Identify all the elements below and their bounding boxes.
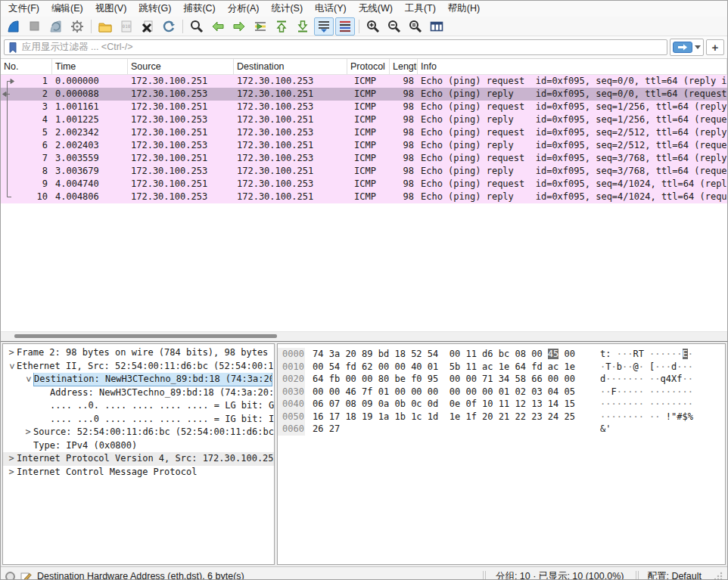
expanded-chevron-icon[interactable]: > xyxy=(5,361,18,371)
menu-item[interactable]: 分析(A) xyxy=(222,0,266,17)
menu-item[interactable]: 电话(Y) xyxy=(309,0,353,17)
status-separator xyxy=(636,571,636,580)
collapsed-chevron-icon[interactable]: > xyxy=(6,346,17,359)
column-header[interactable]: Source xyxy=(128,59,234,74)
save-file-button[interactable]: 010 xyxy=(117,17,136,36)
hscrollbar-thumb[interactable] xyxy=(14,334,277,338)
column-header[interactable]: Protocol xyxy=(347,59,390,74)
stop-capture-button[interactable] xyxy=(25,17,45,36)
resize-columns-button[interactable] xyxy=(427,17,446,36)
wireshark-window: 文件(F)编辑(E)视图(V)跳转(G)捕获(C)分析(A)统计(S)电话(Y)… xyxy=(0,0,728,580)
menu-item[interactable]: 文件(F) xyxy=(2,0,45,17)
column-header[interactable]: Length xyxy=(390,59,418,74)
column-header[interactable]: Destination xyxy=(234,59,347,74)
resize-grip[interactable] xyxy=(714,572,723,580)
packet-row[interactable]: 10.000000172.30.100.251172.30.100.253ICM… xyxy=(1,75,727,88)
hex-row[interactable]: 001000 54 fd 62 00 00 40 01 5b 11 ac 1e … xyxy=(278,361,725,374)
reload-file-button[interactable] xyxy=(159,17,179,36)
find-packet-button[interactable] xyxy=(187,17,207,36)
edit-capture-comment-icon[interactable] xyxy=(20,571,32,580)
colorize-icon xyxy=(338,19,353,34)
detail-tree-item[interactable]: >Frame 2: 98 bytes on wire (784 bits), 9… xyxy=(3,346,274,360)
menu-item[interactable]: 统计(S) xyxy=(265,0,309,17)
menu-item[interactable]: 无线(W) xyxy=(353,0,399,17)
chevron-down-icon xyxy=(695,45,701,49)
menu-item[interactable]: 视图(V) xyxy=(89,0,133,17)
menu-item[interactable]: 捕获(C) xyxy=(177,0,221,17)
zoom-reset-button[interactable] xyxy=(406,17,425,36)
hex-row[interactable]: 005016 17 18 19 1a 1b 1c 1d 1e 1f 20 21 … xyxy=(278,411,725,423)
packet-row[interactable]: 73.003559172.30.100.251172.30.100.253ICM… xyxy=(1,152,727,165)
shark-fin-start-icon xyxy=(6,19,21,34)
detail-tree-item[interactable]: >Source: 52:54:00:11:d6:bc (52:54:00:11:… xyxy=(3,426,274,439)
menu-item[interactable]: 帮助(H) xyxy=(442,0,486,17)
column-header[interactable]: Time xyxy=(52,59,128,74)
auto-scroll-icon xyxy=(316,19,331,34)
go-first-packet-button[interactable] xyxy=(272,17,291,36)
detail-tree-item[interactable]: Type: IPv4 (0x0800) xyxy=(3,439,274,453)
reload-icon xyxy=(161,19,176,34)
menu-item[interactable]: 工具(T) xyxy=(399,0,442,17)
packet-list-hscrollbar[interactable] xyxy=(1,331,727,341)
hex-offset: 0060 xyxy=(278,423,305,436)
packet-list-header: No.TimeSourceDestinationProtocolLengthIn… xyxy=(1,59,727,75)
display-filter-input[interactable]: 应用显示过滤器 ... <Ctrl-/> xyxy=(4,39,667,55)
close-file-button[interactable] xyxy=(138,17,157,36)
collapsed-chevron-icon[interactable]: > xyxy=(6,452,17,465)
open-file-button[interactable] xyxy=(95,17,115,36)
hex-row[interactable]: 003000 00 46 7f 01 00 00 00 00 00 00 01 … xyxy=(278,386,725,399)
collapsed-chevron-icon[interactable]: > xyxy=(6,466,17,479)
svg-text:010: 010 xyxy=(123,23,131,29)
zoom-reset-icon xyxy=(408,19,423,34)
detail-tree-item[interactable]: .... ..0. .... .... .... .... = LG bit: … xyxy=(3,399,274,413)
packet-row[interactable]: 20.000088172.30.100.253172.30.100.251ICM… xyxy=(1,88,727,101)
packet-row[interactable]: 52.002342172.30.100.251172.30.100.253ICM… xyxy=(1,126,727,139)
hex-row[interactable]: 002064 fb 00 00 80 be f0 95 00 00 71 34 … xyxy=(278,373,725,386)
hex-offset: 0020 xyxy=(278,373,305,386)
detail-tree-item[interactable]: .... ...0 .... .... .... .... = IG bit: … xyxy=(3,413,274,426)
gear-icon xyxy=(70,19,85,34)
status-bar: Destination Hardware Address (eth.dst), … xyxy=(1,566,727,580)
detail-tree-item[interactable]: >Ethernet II, Src: 52:54:00:11:d6:bc (52… xyxy=(3,360,274,374)
expanded-chevron-icon[interactable]: > xyxy=(22,374,35,385)
hex-row[interactable]: 006026 27 &' xyxy=(278,423,725,436)
go-to-packet-button[interactable] xyxy=(250,17,270,36)
start-capture-button[interactable] xyxy=(4,17,23,36)
packet-row[interactable]: 31.001161172.30.100.251172.30.100.253ICM… xyxy=(1,101,727,113)
column-header[interactable]: No. xyxy=(1,59,52,74)
hex-offset: 0030 xyxy=(278,386,305,399)
hex-row[interactable]: 004006 07 08 09 0a 0b 0c 0d 0e 0f 10 11 … xyxy=(278,398,725,411)
filter-apply-button[interactable] xyxy=(670,39,704,56)
go-back-button[interactable] xyxy=(208,17,228,36)
profile-text[interactable]: 配置: Default xyxy=(647,570,702,580)
go-forward-button[interactable] xyxy=(229,17,249,36)
zoom-in-button[interactable] xyxy=(363,17,383,36)
column-header[interactable]: Info xyxy=(418,59,727,74)
detail-tree-item[interactable]: >Internet Control Message Protocol xyxy=(3,466,274,479)
goto-packet-icon xyxy=(253,19,268,34)
detail-tree-item[interactable]: >Destination: NewH3CTechno_89:bd:18 (74:… xyxy=(3,373,274,386)
toolbar-separator xyxy=(91,20,92,33)
restart-capture-button[interactable] xyxy=(46,17,66,36)
zoom-out-button[interactable] xyxy=(384,17,404,36)
menu-item[interactable]: 跳转(G) xyxy=(132,0,177,17)
filter-placeholder: 应用显示过滤器 ... <Ctrl-/> xyxy=(22,41,133,54)
packet-row[interactable]: 83.003679172.30.100.253172.30.100.251ICM… xyxy=(1,165,727,178)
capture-options-button[interactable] xyxy=(67,17,87,36)
packet-row[interactable]: 41.001225172.30.100.253172.30.100.251ICM… xyxy=(1,113,727,126)
packet-bytes-pane: 000074 3a 20 89 bd 18 52 54 00 11 d6 bc … xyxy=(277,343,726,565)
menu-item[interactable]: 编辑(E) xyxy=(45,0,89,17)
detail-tree-item[interactable]: Address: NewH3CTechno_89:bd:18 (74:3a:20… xyxy=(3,386,274,400)
expert-info-icon[interactable] xyxy=(5,572,15,580)
colorize-packets-button[interactable] xyxy=(335,17,355,36)
filter-add-button[interactable]: + xyxy=(706,39,724,55)
packet-row[interactable]: 62.002403172.30.100.253172.30.100.251ICM… xyxy=(1,139,727,152)
hex-row[interactable]: 000074 3a 20 89 bd 18 52 54 00 11 d6 bc … xyxy=(278,348,725,361)
detail-tree-item[interactable]: >Internet Protocol Version 4, Src: 172.3… xyxy=(3,452,274,466)
arrow-up-bar-icon xyxy=(274,19,289,34)
packet-row[interactable]: 94.004740172.30.100.251172.30.100.253ICM… xyxy=(1,178,727,191)
go-last-packet-button[interactable] xyxy=(293,17,313,36)
packet-row[interactable]: 104.004806172.30.100.253172.30.100.251IC… xyxy=(1,191,727,203)
auto-scroll-button[interactable] xyxy=(314,17,334,36)
collapsed-chevron-icon[interactable]: > xyxy=(23,426,33,439)
